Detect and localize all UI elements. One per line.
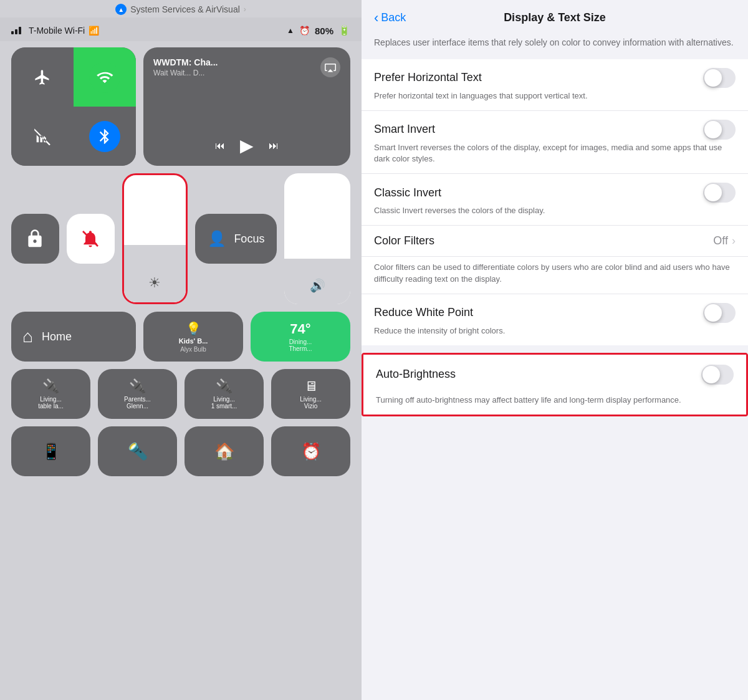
bluetooth-icon-wrap xyxy=(89,121,120,152)
settings-content: Replaces user interface items that rely … xyxy=(362,32,748,700)
accessories-row: 🔌 Living...table la... 🔌 Parents...Glenn… xyxy=(11,369,350,419)
smart-invert-toggle[interactable] xyxy=(703,120,736,140)
back-button[interactable]: ‹ Back xyxy=(374,10,406,26)
top-description: Replaces user interface items that rely … xyxy=(362,32,748,59)
battery-label: 80% xyxy=(315,26,333,36)
wifi-icon-wrap xyxy=(89,62,120,93)
signal-bar-4 xyxy=(22,31,25,34)
remote-icon: 📱 xyxy=(41,442,61,461)
color-filters-value: Off xyxy=(713,234,728,247)
media-info: WWDTM: Cha... Wait Wait... D... xyxy=(153,57,340,77)
living-vizio-label: Living...Vizio xyxy=(300,396,321,410)
battery-icon: 🔋 xyxy=(338,25,350,36)
settings-header: ‹ Back Display & Text Size xyxy=(362,0,748,32)
mute-icon xyxy=(80,229,100,249)
signal-bar-1 xyxy=(11,31,14,34)
reduce-white-point-toggle[interactable] xyxy=(703,303,736,323)
alarm-icon: ⏰ xyxy=(299,26,310,36)
flashlight-button[interactable]: 🔦 xyxy=(98,426,177,476)
auto-brightness-toggle[interactable] xyxy=(701,365,734,385)
smart-invert-desc: Smart Invert reverses the colors of the … xyxy=(374,142,736,165)
auto-brightness-row: Auto-Brightness xyxy=(363,355,746,395)
play-button[interactable]: ▶ xyxy=(240,135,254,156)
back-label: Back xyxy=(381,11,406,24)
prefer-horizontal-text-toggle[interactable] xyxy=(703,68,736,88)
home-row: ⌂ Home 💡 Kids' B... Alyx Bulb 74° Dining… xyxy=(11,312,350,362)
mute-button[interactable] xyxy=(67,214,115,264)
back-chevron-icon: ‹ xyxy=(374,10,378,26)
reduce-white-point-main: Reduce White Point xyxy=(374,303,736,323)
auto-brightness-desc: Turning off auto-brightness may affect b… xyxy=(363,395,746,415)
home-icon: ⌂ xyxy=(22,327,33,347)
parents-glenn-label: Parents...Glenn... xyxy=(124,396,151,410)
cellular-button[interactable] xyxy=(11,107,74,166)
auto-brightness-label: Auto-Brightness xyxy=(376,368,701,381)
signal-bars xyxy=(11,27,25,34)
plug-icon-1: 🔌 xyxy=(42,378,59,395)
color-filters-row[interactable]: Color Filters Off › xyxy=(362,226,748,257)
living-table-button[interactable]: 🔌 Living...table la... xyxy=(11,369,90,419)
volume-slider[interactable]: 🔊 xyxy=(284,173,350,304)
brightness-fill xyxy=(124,245,186,302)
color-filters-chevron-icon: › xyxy=(732,234,736,247)
carrier-label: T-Mobile Wi-Fi xyxy=(29,26,85,36)
media-title: WWDTM: Cha... xyxy=(153,57,218,67)
media-controls: ⏮ ▶ ⏭ xyxy=(153,135,340,156)
location-arrow-icon: ▲ xyxy=(287,26,294,35)
classic-invert-main: Classic Invert xyxy=(374,183,736,203)
connectivity-block xyxy=(11,47,136,166)
airplay-icon xyxy=(325,62,336,73)
alarm-icon: ⏰ xyxy=(301,442,321,461)
focus-button[interactable]: 👤 Focus xyxy=(195,214,277,264)
parents-glenn-button[interactable]: 🔌 Parents...Glenn... xyxy=(98,369,177,419)
airplay-button[interactable] xyxy=(320,57,340,77)
wifi-button[interactable] xyxy=(74,47,136,107)
settings-panel: ‹ Back Display & Text Size Replaces user… xyxy=(362,0,748,700)
bluetooth-icon xyxy=(96,128,113,145)
media-text: WWDTM: Cha... Wait Wait... D... xyxy=(153,57,218,77)
living-smart-button[interactable]: 🔌 Living...1 smart... xyxy=(185,369,264,419)
thermostat-button[interactable]: 74° Dining...Therm... xyxy=(251,312,350,362)
location-icon: ▲ xyxy=(115,4,127,15)
tv-icon: 🖥 xyxy=(304,378,318,395)
home-app-button[interactable]: 🏠 xyxy=(185,426,264,476)
home-button[interactable]: ⌂ Home xyxy=(11,312,136,362)
airplane-mode-button[interactable] xyxy=(11,47,74,107)
reduce-white-point-label: Reduce White Point xyxy=(374,306,703,319)
classic-invert-toggle[interactable] xyxy=(703,183,736,203)
orientation-lock-button[interactable] xyxy=(11,214,59,264)
orientation-lock-icon xyxy=(25,229,45,249)
living-smart-label: Living...1 smart... xyxy=(211,396,237,410)
remote-button[interactable]: 📱 xyxy=(11,426,90,476)
smart-invert-main: Smart Invert xyxy=(374,120,736,140)
settings-section-main: Prefer Horizontal Text Prefer horizontal… xyxy=(362,59,748,345)
living-vizio-button[interactable]: 🖥 Living...Vizio xyxy=(271,369,350,419)
prefer-horizontal-text-desc: Prefer horizontal text in languages that… xyxy=(374,90,594,102)
brightness-slider[interactable]: ☀ xyxy=(122,173,188,304)
color-filters-label: Color Filters xyxy=(374,234,713,247)
bottom-row: 📱 🔦 🏠 ⏰ xyxy=(11,426,350,476)
temp-name: Dining...Therm... xyxy=(289,338,312,352)
prefer-horizontal-text-main: Prefer Horizontal Text xyxy=(374,68,736,88)
focus-icon: 👤 xyxy=(208,230,226,247)
prefer-horizontal-text-row: Prefer Horizontal Text Prefer horizontal… xyxy=(362,59,748,111)
wifi-icon xyxy=(96,69,113,86)
reduce-white-point-row: Reduce White Point Reduce the intensity … xyxy=(362,294,748,345)
kids-bulb-button[interactable]: 💡 Kids' B... Alyx Bulb xyxy=(143,312,243,362)
kids-bulb-sub: Alyx Bulb xyxy=(180,346,206,353)
living-table-label: Living...table la... xyxy=(38,396,64,410)
wifi-indicator: 📶 xyxy=(89,26,99,36)
status-bar-right: ▲ ⏰ 80% 🔋 xyxy=(287,25,350,36)
reduce-white-point-desc: Reduce the intensity of bright colors. xyxy=(374,325,511,337)
auto-brightness-section: Auto-Brightness Turning off auto-brightn… xyxy=(362,353,748,416)
bluetooth-button[interactable] xyxy=(74,107,136,166)
prefer-horizontal-text-label: Prefer Horizontal Text xyxy=(374,71,703,84)
alarm-button[interactable]: ⏰ xyxy=(271,426,350,476)
plug-icon-2: 🔌 xyxy=(129,378,146,395)
home-label: Home xyxy=(42,330,72,343)
airplane-icon xyxy=(34,69,51,86)
rewind-button[interactable]: ⏮ xyxy=(215,140,225,151)
fast-forward-button[interactable]: ⏭ xyxy=(269,140,279,151)
home-app-icon: 🏠 xyxy=(214,442,234,461)
color-filters-desc: Color filters can be used to differentia… xyxy=(362,257,748,294)
